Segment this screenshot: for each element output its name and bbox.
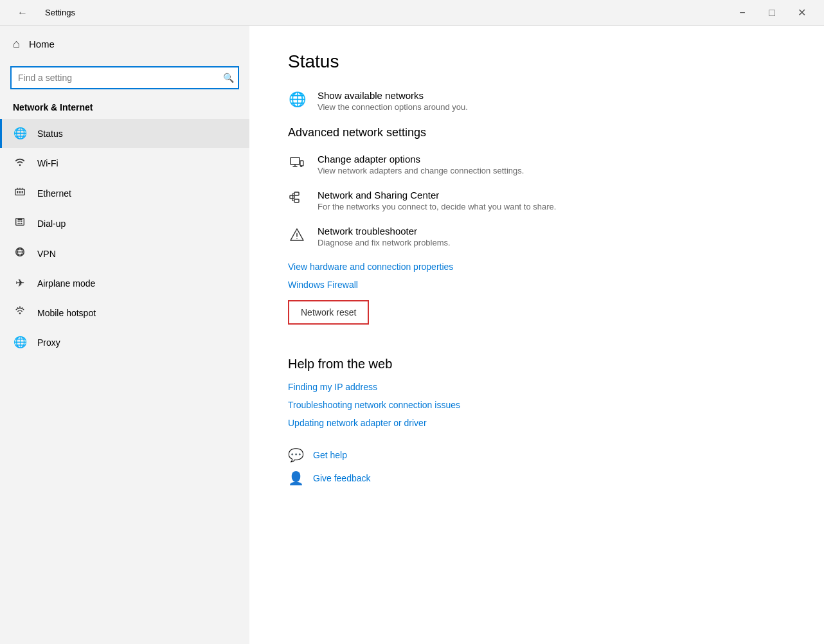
show-networks-desc: View the connection options around you.: [318, 102, 468, 112]
app-title: Settings: [45, 8, 75, 17]
get-help-action[interactable]: 💬 Get help: [288, 447, 785, 463]
sharing-center-desc: For the networks you connect to, decide …: [318, 202, 556, 211]
svg-point-6: [19, 220, 21, 222]
svg-rect-18: [291, 157, 300, 165]
network-reset-box[interactable]: Network reset: [288, 300, 369, 325]
airplane-icon: ✈: [13, 276, 27, 290]
svg-point-5: [17, 220, 19, 222]
troubleshooter-title: Network troubleshooter: [318, 226, 451, 237]
window-controls: − □ ✕: [728, 0, 816, 26]
sidebar-item-vpn[interactable]: VPN: [0, 238, 249, 269]
sidebar-item-status-label: Status: [37, 129, 63, 139]
svg-rect-21: [294, 192, 299, 195]
troubleshooter-desc: Diagnose and fix network problems.: [318, 238, 451, 247]
svg-point-7: [21, 220, 22, 222]
sidebar: ⌂ Home 🔍 Network & Internet 🌐 Status: [0, 26, 249, 644]
help-link-ip[interactable]: Finding my IP address: [288, 382, 785, 392]
titlebar: ← Settings − □ ✕: [0, 0, 824, 26]
view-hardware-link[interactable]: View hardware and connection properties: [288, 262, 785, 272]
sidebar-item-hotspot-label: Mobile hotspot: [37, 308, 96, 318]
home-label: Home: [29, 39, 55, 49]
sidebar-item-vpn-label: VPN: [37, 249, 56, 259]
svg-point-9: [19, 223, 21, 224]
svg-rect-2: [19, 191, 21, 193]
wifi-icon: [13, 156, 27, 170]
back-icon: ←: [17, 7, 28, 19]
close-button[interactable]: ✕: [787, 0, 816, 26]
share-icon: [288, 191, 306, 210]
hotspot-icon: [13, 305, 27, 320]
search-input[interactable]: [10, 66, 239, 89]
sidebar-item-wifi[interactable]: Wi-Fi: [0, 148, 249, 178]
sidebar-item-ethernet[interactable]: Ethernet: [0, 178, 249, 208]
search-icon: 🔍: [223, 73, 234, 83]
svg-rect-11: [17, 219, 22, 220]
sidebar-item-dialup[interactable]: Dial-up: [0, 208, 249, 238]
advanced-section-title: Advanced network settings: [288, 126, 785, 139]
change-adapter-text: Change adapter options View network adap…: [318, 154, 524, 175]
monitor-icon: [288, 155, 306, 174]
sidebar-item-dialup-label: Dial-up: [37, 219, 66, 229]
dialup-icon: [13, 216, 27, 231]
troubleshooter-item[interactable]: Network troubleshooter Diagnose and fix …: [288, 226, 785, 247]
globe-icon: 🌐: [288, 91, 306, 108]
titlebar-left: ← Settings: [8, 0, 75, 26]
warning-icon: [288, 227, 306, 246]
sidebar-item-wifi-label: Wi-Fi: [37, 158, 58, 168]
svg-rect-3: [22, 191, 23, 193]
close-icon: ✕: [798, 6, 806, 19]
sidebar-section-title: Network & Internet: [0, 100, 249, 119]
change-adapter-item[interactable]: Change adapter options View network adap…: [288, 154, 785, 175]
content-area: Status 🌐 Show available networks View th…: [249, 26, 824, 644]
sidebar-item-airplane[interactable]: ✈ Airplane mode: [0, 269, 249, 298]
minimize-button[interactable]: −: [728, 0, 757, 26]
svg-rect-19: [300, 161, 303, 166]
svg-rect-22: [294, 199, 299, 202]
sharing-center-title: Network and Sharing Center: [318, 190, 556, 201]
change-adapter-title: Change adapter options: [318, 154, 524, 165]
give-feedback-action[interactable]: 👤 Give feedback: [288, 470, 785, 486]
minimize-icon: −: [739, 7, 745, 19]
main-layout: ⌂ Home 🔍 Network & Internet 🌐 Status: [0, 26, 824, 644]
help-section-title: Help from the web: [288, 357, 785, 371]
sidebar-item-ethernet-label: Ethernet: [37, 188, 71, 199]
show-networks-title: Show available networks: [318, 90, 468, 101]
show-networks-item[interactable]: 🌐 Show available networks View the conne…: [288, 90, 785, 112]
page-title: Status: [288, 51, 785, 72]
ethernet-icon: [13, 186, 27, 201]
svg-point-24: [296, 238, 298, 239]
windows-firewall-link[interactable]: Windows Firewall: [288, 280, 785, 290]
show-networks-text: Show available networks View the connect…: [318, 90, 468, 112]
get-help-icon: 💬: [288, 447, 304, 463]
sharing-center-item[interactable]: Network and Sharing Center For the netwo…: [288, 190, 785, 211]
sidebar-item-proxy[interactable]: 🌐 Proxy: [0, 328, 249, 357]
maximize-icon: □: [769, 7, 775, 19]
search-box: 🔍: [10, 66, 239, 89]
svg-point-8: [17, 223, 19, 224]
svg-point-10: [21, 223, 22, 224]
help-link-troubleshoot[interactable]: Troubleshooting network connection issue…: [288, 400, 785, 410]
sidebar-home[interactable]: ⌂ Home: [0, 26, 249, 62]
maximize-button[interactable]: □: [757, 0, 787, 26]
svg-rect-1: [17, 191, 19, 193]
proxy-icon: 🌐: [13, 335, 27, 349]
change-adapter-desc: View network adapters and change connect…: [318, 166, 524, 175]
troubleshooter-text: Network troubleshooter Diagnose and fix …: [318, 226, 451, 247]
sidebar-item-status[interactable]: 🌐 Status: [0, 119, 249, 148]
sharing-center-text: Network and Sharing Center For the netwo…: [318, 190, 556, 211]
vpn-icon: [13, 246, 27, 261]
home-icon: ⌂: [13, 37, 20, 51]
back-button[interactable]: ←: [8, 0, 37, 26]
network-reset-label: Network reset: [301, 307, 356, 318]
give-feedback-icon: 👤: [288, 470, 304, 486]
give-feedback-label: Give feedback: [313, 473, 371, 483]
sidebar-item-airplane-label: Airplane mode: [37, 278, 95, 289]
help-link-driver[interactable]: Updating network adapter or driver: [288, 418, 785, 428]
svg-point-17: [19, 312, 21, 314]
get-help-label: Get help: [313, 450, 347, 460]
search-button[interactable]: 🔍: [223, 73, 234, 83]
status-icon: 🌐: [13, 127, 27, 140]
sidebar-item-hotspot[interactable]: Mobile hotspot: [0, 298, 249, 328]
sidebar-item-proxy-label: Proxy: [37, 337, 60, 348]
